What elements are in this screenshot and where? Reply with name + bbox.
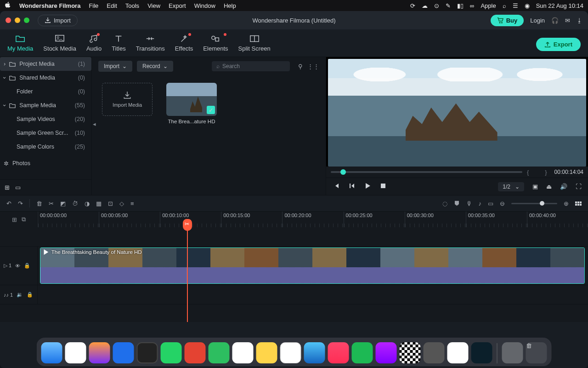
sidebar-item-sample-media[interactable]: › Sample Media (55) [0, 98, 91, 112]
speaker-icon[interactable]: 🔉 [17, 292, 23, 298]
search-input[interactable]: ⌕ Search [212, 61, 290, 71]
audio-track-body[interactable] [38, 285, 588, 304]
dock-finder[interactable] [41, 342, 62, 363]
dock-downloads[interactable] [502, 342, 523, 363]
play-button[interactable] [364, 182, 371, 191]
status-search-icon[interactable]: ⌕ [503, 2, 506, 9]
zoom-slider[interactable] [511, 203, 557, 204]
tab-effects[interactable]: Effects [175, 34, 193, 57]
messages-icon[interactable]: ✉ [565, 17, 570, 24]
dock-music[interactable] [328, 342, 349, 363]
detach-button[interactable]: ⊡ [108, 200, 113, 207]
filter-icon[interactable]: ⚲ [298, 63, 303, 70]
menu-help[interactable]: Help [224, 2, 236, 9]
status-play-icon[interactable]: ⊙ [434, 2, 439, 9]
sidebar-item-photos[interactable]: ✲ Photos [0, 156, 91, 170]
download-icon[interactable]: ⭳ [577, 17, 582, 24]
adjust-icon[interactable]: ≡ [130, 200, 134, 207]
apple-menu[interactable] [5, 2, 11, 10]
sidebar-item-sample-colors[interactable]: Sample Colors (25) [0, 140, 91, 154]
mixer-icon[interactable]: ◌ [442, 200, 447, 207]
dock-launchpad[interactable] [65, 342, 86, 363]
menu-tools[interactable]: Tools [125, 2, 139, 9]
login-link[interactable]: Login [530, 17, 545, 24]
dock-whatsapp[interactable] [161, 342, 182, 363]
record-dropdown[interactable]: Record⌄ [137, 61, 173, 72]
add-track-icon[interactable]: ⊞ [12, 216, 17, 223]
app-name[interactable]: Wondershare Filmora [19, 2, 80, 9]
sidebar-item-sample-videos[interactable]: Sample Videos (20) [0, 112, 91, 126]
step-back-button[interactable] [348, 182, 356, 191]
folder-icon[interactable]: ▭ [15, 184, 21, 191]
tab-transitions[interactable]: Transitions [136, 34, 165, 57]
tab-elements[interactable]: Elements [203, 34, 228, 57]
menu-file[interactable]: File [89, 2, 98, 9]
in-out-braces[interactable]: { } [527, 169, 550, 176]
status-link-icon[interactable]: ∞ [470, 2, 474, 9]
scrub-track[interactable] [331, 171, 522, 173]
tab-titles[interactable]: Titles [112, 34, 126, 57]
status-siri-icon[interactable]: ◉ [525, 2, 530, 9]
prev-frame-button[interactable] [333, 182, 340, 191]
import-dropdown[interactable]: Import⌄ [98, 61, 132, 72]
status-sync-icon[interactable]: ⟳ [410, 2, 415, 9]
import-button[interactable]: Import [38, 15, 78, 26]
snapshot-icon[interactable]: ⏏ [546, 183, 552, 190]
dock-terminal[interactable] [137, 342, 158, 363]
tab-audio[interactable]: Audio [86, 34, 102, 57]
speed-button[interactable]: ⏱ [72, 200, 78, 207]
lock-icon[interactable]: 🔒 [24, 263, 30, 269]
lock-icon[interactable]: 🔒 [27, 292, 33, 298]
sidebar-item-project-media[interactable]: › Project Media (1) [0, 57, 91, 71]
tab-stock-media[interactable]: Stock Media [43, 34, 76, 57]
zoom-out-icon[interactable]: ⊖ [500, 200, 505, 207]
sidebar-item-sample-greenscreen[interactable]: Sample Green Scr... (10) [0, 126, 91, 140]
status-datetime[interactable]: Sun 22 Aug 10:14 [536, 2, 583, 9]
status-pen-icon[interactable]: ✎ [446, 2, 451, 9]
time-ruler[interactable]: 00:00:00:0000:00:05:0000:00:10:0000:00:1… [38, 212, 588, 227]
tab-split-screen[interactable]: Split Screen [238, 34, 271, 57]
video-track-header[interactable]: ▷ 1 👁 🔒 [0, 247, 38, 285]
delete-button[interactable]: 🗑 [36, 200, 42, 207]
render-icon[interactable]: ▭ [488, 200, 493, 207]
sidebar-item-shared-media[interactable]: › Shared Media (0) [0, 71, 91, 85]
dock-chess[interactable] [400, 342, 421, 363]
import-media-card[interactable]: Import Media [102, 83, 153, 116]
export-button[interactable]: Export [536, 38, 581, 51]
redo-button[interactable]: ↷ [18, 200, 23, 207]
dock-evernote[interactable] [209, 342, 230, 363]
grid-view-icon[interactable]: ⋮⋮ [307, 63, 319, 70]
undo-button[interactable]: ↶ [6, 200, 11, 207]
scrub-knob[interactable] [340, 169, 346, 175]
keyframe-button[interactable]: ◇ [119, 200, 124, 207]
greenscreen-button[interactable]: ▦ [96, 200, 102, 207]
playback-speed-dropdown[interactable]: 1/2⌄ [498, 182, 524, 191]
menu-window[interactable]: Window [194, 2, 215, 9]
media-clip[interactable]: ✓ The Brea...ature HD [166, 83, 217, 124]
status-cloud-icon[interactable]: ☁ [422, 2, 428, 9]
color-button[interactable]: ◑ [85, 200, 90, 207]
sidebar-item-folder[interactable]: Folder (0) [0, 85, 91, 98]
dock-spotify[interactable] [352, 342, 373, 363]
display-icon[interactable]: ▣ [532, 183, 538, 190]
fullscreen-icon[interactable]: ⛶ [576, 183, 582, 190]
eye-icon[interactable]: 👁 [15, 263, 20, 269]
menu-export[interactable]: Export [169, 2, 186, 9]
track-options-icon[interactable] [575, 201, 582, 206]
crop-button[interactable]: ◩ [60, 200, 66, 207]
collapse-handle[interactable]: ◂ [92, 117, 96, 131]
dock-libreoffice[interactable] [280, 342, 301, 363]
window-zoom[interactable] [24, 17, 29, 23]
status-apple-label[interactable]: Apple [481, 2, 496, 9]
music-icon[interactable]: ♪ [479, 200, 482, 207]
stop-button[interactable] [379, 182, 387, 191]
preview-viewport[interactable] [328, 59, 586, 167]
control-center-icon[interactable]: ☰ [513, 2, 518, 9]
dock-mail[interactable] [304, 342, 325, 363]
audio-track-header[interactable]: ♪♪ 1 🔉 🔒 [0, 285, 38, 304]
dock-todoist[interactable] [185, 342, 206, 363]
dock-podcasts[interactable] [376, 342, 397, 363]
video-track-body[interactable]: The Breathtaking Beauty of Nature HD [38, 247, 588, 285]
dock-filmora[interactable] [471, 342, 492, 363]
timeline-clip[interactable]: The Breathtaking Beauty of Nature HD [40, 247, 585, 284]
